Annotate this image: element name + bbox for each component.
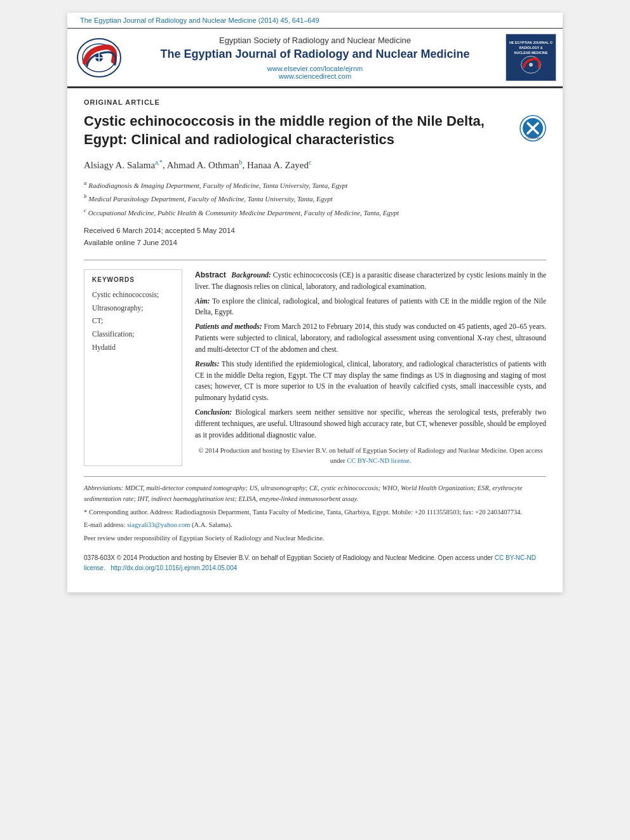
keywords-list: Cystic echinococcosis; Ultrasonography; … xyxy=(92,288,174,354)
journal-page: The Egyptian Journal of Radiology and Nu… xyxy=(67,13,563,592)
article-title: Cystic echinococcosis in the middle regi… xyxy=(84,112,513,149)
section-divider xyxy=(84,260,546,260)
copyright-notice: © 2014 Production and hosting by Elsevie… xyxy=(195,446,546,466)
keyword-1: Cystic echinococcosis; xyxy=(92,288,174,302)
conclusion-para: Conclusion: Biological markers seem neit… xyxy=(195,407,546,441)
affiliation-a: a Radiodiagnosis & Imaging Department, F… xyxy=(84,178,546,191)
aim-para: Aim: To explore the clinical, radiologic… xyxy=(195,296,546,319)
bottom-bar: 0378-603X © 2014 Production and hosting … xyxy=(67,547,563,573)
issn-text: 0378-603X © 2014 Production and hosting … xyxy=(84,554,436,561)
author1-name: Alsiagy A. Salama xyxy=(84,160,155,170)
open-access-label: Open access under xyxy=(438,554,493,561)
affiliations: a Radiodiagnosis & Imaging Department, F… xyxy=(84,178,546,218)
abstract-section: Abstract Background: Cystic echinococcos… xyxy=(195,269,546,466)
abbreviations: Abbreviations: MDCT, multi-detector comp… xyxy=(84,483,546,505)
footer-divider xyxy=(84,476,546,477)
affiliation-b: b Medical Parasitology Department, Facul… xyxy=(84,192,546,204)
crossmark-badge[interactable]: CrossMark xyxy=(519,115,546,142)
email-line: E-mail address: siagyali33@yahoo.com (A.… xyxy=(84,520,546,531)
journal-header: Egyptian Society of Radiology and Nuclea… xyxy=(67,28,563,88)
keywords-title: KEYWORDS xyxy=(92,276,174,283)
doi-link[interactable]: http://dx.doi.org/10.1016/j.ejrnm.2014.0… xyxy=(111,564,237,571)
left-logo-svg xyxy=(76,36,123,80)
affiliation-c: c Occupational Medicine, Public Health &… xyxy=(84,206,546,218)
patients-label: Patients and methods: xyxy=(195,323,262,330)
abstract-text: Abstract Background: Cystic echinococcos… xyxy=(195,269,546,466)
logo-right: THE EGYPTIAN JOURNAL OF RADIOLOGY & NUCL… xyxy=(506,34,556,81)
svg-text:NUCLEAR MEDICINE: NUCLEAR MEDICINE xyxy=(514,51,548,55)
keyword-3: CT; xyxy=(92,314,174,328)
svg-point-10 xyxy=(529,63,533,67)
right-logo-svg: THE EGYPTIAN JOURNAL OF RADIOLOGY & NUCL… xyxy=(509,37,553,78)
email-link[interactable]: siagyali33@yahoo.com xyxy=(127,521,190,528)
journal-urls: www.elsevier.com/locate/ejrnm www.scienc… xyxy=(131,65,499,80)
background-label: Background: xyxy=(231,271,271,279)
footnotes-section: Abbreviations: MDCT, multi-detector comp… xyxy=(67,483,563,544)
keywords-box: KEYWORDS Cystic echinococcosis; Ultrason… xyxy=(84,269,182,466)
email-note: (A.A. Salama). xyxy=(192,521,232,528)
journal-center: Egyptian Society of Radiology and Nuclea… xyxy=(131,36,499,80)
author3-name: , Hanaa A. Zayed xyxy=(242,160,309,170)
main-content: ORIGINAL ARTICLE Cystic echinococcosis i… xyxy=(67,88,563,466)
citation-bar: The Egyptian Journal of Radiology and Nu… xyxy=(67,13,563,28)
abstract-label: Abstract xyxy=(195,270,226,279)
patients-para: Patients and methods: From March 2012 to… xyxy=(195,321,546,355)
url1[interactable]: www.elsevier.com/locate/ejrnm xyxy=(131,65,499,72)
dates: Received 6 March 2014; accepted 5 May 20… xyxy=(84,225,546,250)
aim-label: Aim: xyxy=(195,297,210,305)
svg-text:RADIOLOGY &: RADIOLOGY & xyxy=(519,46,543,50)
crossmark-icon: CrossMark xyxy=(519,115,546,142)
peer-review: Peer review under responsibility of Egyp… xyxy=(84,533,546,544)
citation-text: The Egyptian Journal of Radiology and Nu… xyxy=(80,17,319,24)
aim-text: To explore the clinical, radiological, a… xyxy=(195,297,546,316)
abstract-intro: Abstract Background: Cystic echinococcos… xyxy=(195,269,546,293)
corresponding-author: * Corresponding author. Address: Radiodi… xyxy=(84,507,546,518)
url2[interactable]: www.sciencedirect.com xyxy=(131,72,499,80)
journal-title: The Egyptian Journal of Radiology and Nu… xyxy=(131,48,499,61)
svg-text:THE EGYPTIAN JOURNAL OF: THE EGYPTIAN JOURNAL OF xyxy=(509,41,553,44)
keyword-5: Hydatid xyxy=(92,341,174,354)
results-para: Results: This study identified the epide… xyxy=(195,359,546,404)
keyword-2: Ultrasonography; xyxy=(92,302,174,315)
license-link[interactable]: CC BY-NC-ND license xyxy=(347,457,410,464)
two-column-section: KEYWORDS Cystic echinococcosis; Ultrason… xyxy=(84,269,546,466)
title-row: Cystic echinococcosis in the middle regi… xyxy=(84,112,546,149)
results-text: This study identified the epidemiologica… xyxy=(195,360,546,401)
authors-line: Alsiagy A. Salamaa,*, Ahmad A. Othmanb, … xyxy=(84,159,546,171)
available-date: Available online 7 June 2014 xyxy=(84,237,546,250)
author1-sup: a,* xyxy=(155,159,163,166)
logo-left xyxy=(74,34,124,81)
conclusion-label: Conclusion: xyxy=(195,408,232,416)
svg-text:CrossMark: CrossMark xyxy=(525,136,541,140)
email-label: E-mail address: xyxy=(84,521,126,528)
keyword-4: Classification; xyxy=(92,328,174,341)
society-name: Egyptian Society of Radiology and Nuclea… xyxy=(131,36,499,45)
received-date: Received 6 March 2014; accepted 5 May 20… xyxy=(84,225,546,237)
article-type: ORIGINAL ARTICLE xyxy=(84,98,546,106)
author2-name: , Ahmad A. Othman xyxy=(163,160,239,170)
author3-sup: c xyxy=(309,159,311,166)
results-label: Results: xyxy=(195,360,219,368)
conclusion-text: Biological markers seem neither sensitiv… xyxy=(195,408,546,439)
